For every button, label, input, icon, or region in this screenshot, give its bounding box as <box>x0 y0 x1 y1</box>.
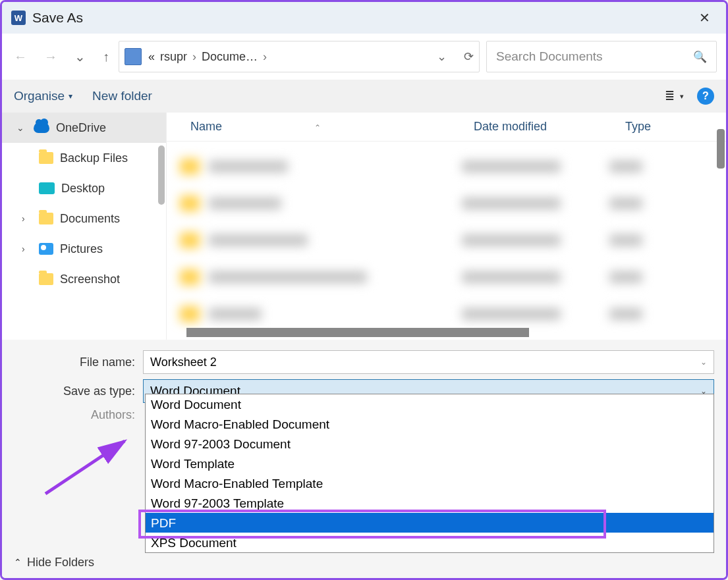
save-fields-panel: File name: Worksheet 2 ⌄ Save as type: W… <box>2 340 726 434</box>
authors-label: Authors: <box>14 408 139 422</box>
tree-node-documents[interactable]: › Documents <box>2 203 166 234</box>
title-bar: W Save As ✕ <box>2 2 726 34</box>
search-placeholder: Search Documents <box>496 49 603 64</box>
type-option[interactable]: Word Macro-Enabled Document <box>146 414 714 434</box>
chevron-down-icon[interactable]: ⌄ <box>700 357 707 367</box>
organise-menu[interactable]: Organise▾ <box>14 89 72 103</box>
up-button[interactable]: ↑ <box>100 47 112 67</box>
address-prefix: « <box>148 50 155 64</box>
tree-node-desktop[interactable]: Desktop <box>2 173 166 203</box>
folder-tree: ⌄ OneDrive Backup Files Desktop › Docume… <box>2 113 167 340</box>
filename-label: File name: <box>14 356 139 369</box>
savetype-dropdown-list: Word Document Word Macro-Enabled Documen… <box>145 394 714 553</box>
chevron-right-icon[interactable]: › <box>263 50 267 64</box>
type-option[interactable]: Word Template <box>146 454 714 473</box>
tree-node-backup[interactable]: Backup Files <box>2 143 166 173</box>
type-option-pdf[interactable]: PDF <box>146 513 714 533</box>
address-bar[interactable]: « rsupr › Docume… › ⌄ ⟳ <box>119 41 480 72</box>
address-history-button[interactable]: ⌄ <box>437 49 447 64</box>
search-icon: 🔍 <box>693 50 707 64</box>
close-button[interactable]: ✕ <box>692 6 717 30</box>
location-icon <box>125 48 142 65</box>
vertical-scrollbar[interactable] <box>717 129 725 169</box>
column-date[interactable]: Date modified <box>474 120 625 134</box>
type-option[interactable]: Word 97-2003 Document <box>146 434 714 454</box>
tree-node-pictures[interactable]: › Pictures <box>2 234 166 264</box>
horizontal-scrollbar[interactable] <box>186 328 529 337</box>
column-headers: Name⌃ Date modified Type <box>167 113 726 142</box>
chevron-down-icon[interactable]: ⌄ <box>16 122 27 133</box>
pictures-icon <box>39 243 53 255</box>
sort-indicator-icon: ⌃ <box>314 123 321 132</box>
chevron-up-icon: ⌃ <box>14 557 22 567</box>
file-rows-blurred <box>167 142 726 340</box>
view-options-dropdown[interactable]: ▾ <box>680 92 684 101</box>
view-options-button[interactable]: ≣ <box>665 89 675 103</box>
new-folder-button[interactable]: New folder <box>92 89 152 103</box>
savetype-label: Save as type: <box>14 384 139 398</box>
recent-locations-button[interactable]: ⌄ <box>72 46 88 67</box>
type-option[interactable]: XPS Document <box>146 533 714 552</box>
filename-input[interactable]: Worksheet 2 ⌄ <box>143 350 714 374</box>
type-option[interactable]: Word Macro-Enabled Template <box>146 473 714 493</box>
chevron-right-icon[interactable]: › <box>22 213 32 224</box>
address-seg-1[interactable]: rsupr <box>160 50 187 64</box>
back-button[interactable]: ← <box>11 47 30 67</box>
hide-folders-button[interactable]: Hide Folders <box>27 556 94 569</box>
file-list: Name⌃ Date modified Type <box>167 113 726 340</box>
toolbar: Organise▾ New folder ≣ ▾ ? <box>2 80 726 113</box>
onedrive-icon <box>34 122 49 133</box>
folder-icon <box>39 213 53 224</box>
svg-line-0 <box>45 441 125 494</box>
main-content: ⌄ OneDrive Backup Files Desktop › Docume… <box>2 113 726 340</box>
nav-bar: ← → ⌄ ↑ « rsupr › Docume… › ⌄ ⟳ Search D… <box>2 34 726 80</box>
folder-icon <box>39 152 53 164</box>
refresh-button[interactable]: ⟳ <box>464 49 474 64</box>
search-input[interactable]: Search Documents 🔍 <box>486 41 717 72</box>
type-option[interactable]: Word Document <box>146 394 714 414</box>
address-seg-2[interactable]: Docume… <box>202 50 258 64</box>
tree-scrollbar[interactable] <box>158 145 165 205</box>
forward-button[interactable]: → <box>42 47 60 67</box>
chevron-right-icon[interactable]: › <box>192 50 196 64</box>
desktop-icon <box>39 182 55 194</box>
help-button[interactable]: ? <box>697 88 714 105</box>
chevron-right-icon[interactable]: › <box>22 244 32 254</box>
window-title: Save As <box>32 10 83 26</box>
tree-node-screenshot[interactable]: Screenshot <box>2 264 166 294</box>
word-app-icon: W <box>11 11 26 25</box>
annotation-arrow <box>40 437 132 496</box>
column-name[interactable]: Name⌃ <box>190 120 474 134</box>
folder-icon <box>39 273 53 285</box>
tree-node-onedrive[interactable]: ⌄ OneDrive <box>2 113 166 143</box>
column-type[interactable]: Type <box>625 120 726 134</box>
type-option[interactable]: Word 97-2003 Template <box>146 493 714 513</box>
